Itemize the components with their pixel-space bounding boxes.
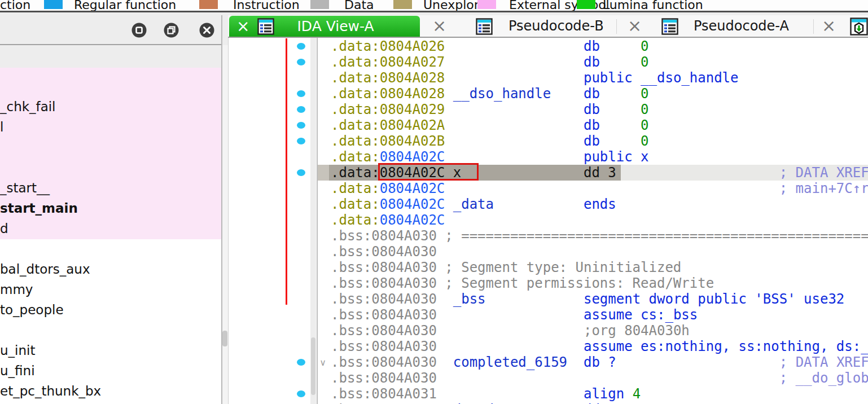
selected-item-red-box	[378, 163, 479, 181]
close-icon[interactable]: ×	[236, 18, 249, 35]
functions-sidebar: _chk_faill_start__start_maindbal_dtors_a…	[0, 15, 221, 404]
sidebar-function-item[interactable]: start_main	[0, 201, 78, 216]
legend-swatch	[477, 0, 496, 9]
sidebar-function-item[interactable]: mmy	[0, 282, 33, 297]
sidebar-scrollbar[interactable]	[222, 45, 228, 404]
listing-row[interactable]: .bss:0804A030 assume es:nothing, ss:noth…	[318, 339, 868, 354]
sidebar-function-item[interactable]: to_people	[0, 302, 64, 317]
legend-swatch	[199, 0, 218, 9]
listing-row[interactable]: .bss:0804A030 completed_6159 db ? ; DATA…	[318, 354, 868, 370]
view-tabbar: × IDA View-A × Pseudocode-B ×	[228, 15, 868, 38]
disassembly-listing: .data:0804A026 db 0.data:0804A027 db 0.d…	[318, 38, 868, 404]
listing-row[interactable]: .data:0804A029 db 0	[318, 102, 868, 117]
listing-row[interactable]: .bss:0804A030 ; ========================…	[318, 228, 868, 244]
listing-row[interactable]: .data:0804A02C	[318, 212, 868, 228]
tab-separator	[616, 19, 617, 34]
legend-swatch	[310, 0, 329, 9]
sidebar-scrollbar-thumb[interactable]	[222, 331, 227, 346]
sidebar-titlebar	[0, 15, 221, 45]
line-marker-dot	[297, 390, 305, 397]
tab-ida-view-a[interactable]: × IDA View-A	[229, 16, 420, 37]
listing-row[interactable]: .data:0804A026 db 0	[318, 38, 868, 54]
listing-row[interactable]: .bss:0804A034 dword_804A034 dd ?	[318, 402, 868, 404]
listing-row[interactable]: .data:0804A028 __dso_handle db 0	[318, 86, 868, 102]
maximize-button[interactable]	[131, 23, 147, 38]
listing-row[interactable]: .bss:0804A030 ; Segment type: Uninitiali…	[318, 260, 868, 275]
sidebar-function-item[interactable]: u_init	[0, 343, 35, 358]
legend-swatch	[393, 0, 412, 9]
hex-view-icon[interactable]	[850, 17, 868, 36]
listing-row[interactable]: .data:0804A02C ; main+7C↑r	[318, 181, 868, 196]
sidebar-function-item[interactable]: _start__	[0, 181, 50, 195]
pseudocode-view-icon	[661, 18, 678, 35]
sidebar-function-item[interactable]: _chk_fail	[0, 99, 56, 114]
line-marker-dot	[297, 138, 305, 144]
listing-row[interactable]: .bss:0804A030	[318, 244, 868, 260]
close-button[interactable]	[199, 23, 214, 38]
tab-pseudocode-a[interactable]: Pseudocode-A	[694, 18, 789, 34]
legend-label: Regular function	[74, 0, 176, 12]
line-marker-dot	[297, 59, 305, 65]
sidebar-function-item[interactable]: l	[0, 120, 3, 134]
listing-row[interactable]: .bss:0804A030 ;org 804A030h	[318, 323, 868, 339]
collapse-chevron-icon[interactable]: ∨	[317, 354, 329, 370]
legend-label: ction	[0, 0, 30, 12]
listing-row[interactable]: .bss:0804A031 align 4	[318, 386, 868, 402]
line-marker-dot	[297, 90, 305, 97]
line-marker-dot	[297, 359, 305, 366]
listing-row[interactable]: .data:0804A028 public __dso_handle	[318, 70, 868, 86]
listing-scrollbar-thumb[interactable]	[311, 337, 315, 395]
disassembly-panel: .data:0804A026 db 0.data:0804A027 db 0.d…	[228, 38, 868, 404]
ida-pro-window: ctionRegular functionInstructionDataUnex…	[0, 0, 868, 404]
listing-row[interactable]: .bss:0804A030 ; __do_global	[318, 370, 868, 386]
listing-row[interactable]: .data:0804A02C public x	[318, 149, 868, 165]
listing-row[interactable]: .data:0804A02C _data ends	[318, 196, 868, 212]
legend-label: Data	[344, 0, 374, 12]
line-marker-dot	[297, 169, 305, 176]
sidebar-function-item[interactable]: d	[0, 221, 8, 236]
disassembly-view-icon	[257, 18, 274, 35]
legend-swatch	[577, 0, 595, 9]
listing-row[interactable]: .bss:0804A030 _bss segment dword public …	[318, 291, 868, 307]
listing-row[interactable]: .data:0804A027 db 0	[318, 54, 868, 70]
navband-red-line	[286, 38, 287, 305]
legend-label: Lumina function	[603, 0, 703, 12]
tab-label: IDA View-A	[297, 18, 374, 34]
close-icon[interactable]: ×	[628, 17, 642, 34]
listing-row[interactable]: .bss:0804A030 ; Segment permissions: Rea…	[318, 275, 868, 291]
line-marker-dot	[297, 106, 305, 113]
legend-label: Instruction	[233, 0, 300, 12]
tab-pseudocode-b[interactable]: Pseudocode-B	[508, 18, 604, 34]
restore-button[interactable]	[164, 23, 179, 38]
pseudocode-view-icon	[476, 18, 493, 35]
sidebar-function-item[interactable]: bal_dtors_aux	[0, 262, 90, 276]
listing-row[interactable]: .bss:0804A030 assume cs:_bss	[318, 307, 868, 323]
listing-row[interactable]: .data:0804A02B db 0	[318, 133, 868, 149]
sidebar-function-item[interactable]: u_fini	[0, 363, 35, 378]
close-icon[interactable]: ×	[822, 17, 836, 34]
sidebar-function-item[interactable]: et_pc_thunk_bx	[0, 384, 101, 398]
close-icon[interactable]: ×	[432, 17, 446, 34]
color-legend-bar: ctionRegular functionInstructionDataUnex…	[0, 0, 868, 12]
listing-row[interactable]: .data:0804A02A db 0	[318, 117, 868, 133]
line-marker-dot	[297, 43, 305, 50]
legend-swatch	[44, 0, 63, 9]
line-marker-dot	[297, 122, 305, 129]
tab-separator	[813, 19, 814, 34]
